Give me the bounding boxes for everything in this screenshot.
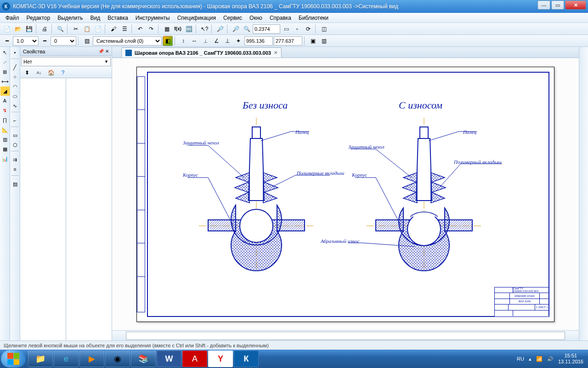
help-icon[interactable]: ?	[58, 68, 68, 78]
zoom-fit-icon[interactable]: ▭	[281, 24, 291, 34]
window-icon[interactable]: ◫	[319, 24, 329, 34]
taskbar-yandex-icon[interactable]: Y	[208, 351, 233, 367]
props-icon[interactable]: ☰	[119, 24, 130, 34]
measure-icon[interactable]: 📐	[0, 125, 10, 134]
edit-icon[interactable]: ↯	[0, 106, 10, 115]
menu-help[interactable]: Справка	[267, 14, 294, 22]
brush-icon[interactable]: 🖌	[108, 24, 119, 34]
circle-icon[interactable]: ○	[11, 72, 20, 81]
taskbar-ie-icon[interactable]: e	[54, 351, 79, 367]
grid2-icon[interactable]: ⊞	[0, 67, 10, 76]
tray-sound-icon[interactable]: 🔊	[547, 356, 554, 362]
menu-edit[interactable]: Редактор	[24, 14, 53, 22]
line-thick-icon[interactable]: ━	[40, 36, 50, 46]
line-thin-icon[interactable]: ━	[2, 36, 12, 46]
menu-select[interactable]: Выделить	[55, 14, 85, 22]
spline-icon[interactable]: ∿	[11, 101, 20, 110]
layer-select[interactable]: Системный слой (0)	[93, 36, 162, 46]
hatch-icon[interactable]: ▨	[82, 36, 92, 46]
text-icon[interactable]: A	[0, 96, 10, 105]
refresh-icon[interactable]: ⟳	[303, 24, 313, 34]
new-icon[interactable]: 📄	[2, 24, 12, 34]
taskbar-winrar-icon[interactable]: 📚	[131, 351, 156, 367]
menu-file[interactable]: Файл	[3, 14, 22, 22]
dim-angle-icon[interactable]: ∠	[211, 36, 221, 46]
zoom-scale-icon[interactable]: 🔍	[242, 24, 252, 34]
print-icon[interactable]: 🖨	[40, 24, 50, 34]
drawing-canvas[interactable]: Без износа С износом	[112, 58, 579, 330]
preview-icon[interactable]: 🔍	[55, 24, 65, 34]
ortho-icon[interactable]: ▥	[319, 36, 329, 46]
arc-icon[interactable]: ◠	[11, 82, 20, 91]
menu-insert[interactable]: Вставка	[105, 14, 131, 22]
fillet-icon[interactable]: ⌐	[11, 116, 20, 125]
menu-tools[interactable]: Инструменты	[133, 14, 173, 22]
properties-tree[interactable]	[20, 78, 66, 340]
cut-icon[interactable]: ✂	[71, 24, 81, 34]
dim-icon[interactable]: ⟷	[0, 77, 10, 86]
az-icon[interactable]: A↓	[34, 68, 44, 78]
properties-combo[interactable]: Нет▼	[21, 57, 111, 66]
pin-icon[interactable]: 📌 ✕	[98, 49, 109, 54]
vars-icon[interactable]: 🔤	[184, 24, 194, 34]
taskbar-kompas-icon[interactable]: К	[234, 351, 259, 367]
sheets-icon[interactable]: ▦	[0, 144, 10, 154]
point-icon[interactable]: •	[11, 48, 20, 57]
taskbar-word-icon[interactable]: W	[157, 351, 181, 367]
document-tab[interactable]: Шаровая опора ВАЗ 2106 _ СамГТУ 190600.0…	[121, 47, 282, 58]
layer-state-icon[interactable]: ◧	[163, 36, 173, 46]
table-icon[interactable]: ▦	[162, 24, 172, 34]
line-icon[interactable]: ⟋	[0, 58, 10, 67]
cursor-icon[interactable]: ↖?	[199, 24, 209, 34]
zoom-in-icon[interactable]: 🔎	[215, 24, 225, 34]
seg-icon[interactable]: ╱	[11, 63, 20, 72]
rect-icon[interactable]: ▭	[11, 131, 20, 140]
param-icon[interactable]: ∏	[0, 115, 10, 125]
home-icon[interactable]: 🏠	[46, 68, 56, 78]
zoom-out-icon[interactable]: 🔎	[231, 24, 241, 34]
taskbar-acrobat-icon[interactable]: A	[182, 351, 207, 367]
dim-h-icon[interactable]: ↔	[189, 36, 199, 46]
right-collapsed-panel[interactable]	[579, 47, 588, 340]
hatch2-icon[interactable]: ▨	[11, 179, 20, 189]
line-style-select[interactable]: 1.0	[13, 36, 39, 46]
start-button[interactable]	[1, 350, 26, 368]
tray-lang[interactable]: RU	[517, 356, 524, 362]
taskbar-explorer-icon[interactable]: 📁	[28, 351, 53, 367]
menu-service[interactable]: Сервис	[220, 14, 245, 22]
tray-network-icon[interactable]: 📶	[536, 356, 543, 362]
minimize-button[interactable]: —	[537, 0, 550, 10]
menu-view[interactable]: Вид	[88, 14, 103, 22]
poly-icon[interactable]: ⬡	[11, 140, 20, 150]
taskbar-wmp-icon[interactable]: ▶	[79, 351, 104, 367]
grid-icon[interactable]: ✦	[233, 36, 243, 46]
sort-icon[interactable]: ⬍	[22, 68, 32, 78]
undo-icon[interactable]: ↶	[135, 24, 145, 34]
dim-v-icon[interactable]: ↕	[178, 36, 188, 46]
report-icon[interactable]: 📊	[0, 154, 10, 163]
sheet-icon[interactable]: ▥	[0, 135, 10, 144]
equi-icon[interactable]: ≡	[11, 165, 20, 174]
redo-icon[interactable]: ↷	[146, 24, 156, 34]
tab-close-icon[interactable]: ✕	[274, 50, 277, 55]
save-icon[interactable]: 💾	[24, 24, 34, 34]
snap-icon[interactable]: ▣	[308, 36, 318, 46]
orient-icon[interactable]: ⟂	[200, 36, 210, 46]
paste-icon[interactable]: 📄	[93, 24, 103, 34]
axis-icon[interactable]: ⊥	[222, 36, 232, 46]
zoom-reduce-icon[interactable]: ▫	[292, 24, 302, 34]
rough-icon[interactable]: ◢	[0, 86, 10, 96]
open-icon[interactable]: 📂	[13, 24, 23, 34]
offset-icon[interactable]: ⇉	[11, 155, 20, 164]
coord-y-input[interactable]	[274, 36, 302, 46]
fx-icon[interactable]: f(x)	[173, 24, 183, 34]
pointer-icon[interactable]: ↖	[0, 48, 10, 57]
menu-spec[interactable]: Спецификация	[175, 14, 219, 22]
line-weight-select[interactable]: 0	[51, 36, 76, 46]
menu-window[interactable]: Окно	[247, 14, 265, 22]
coord-x-input[interactable]	[244, 36, 273, 46]
copy-icon[interactable]: 📋	[82, 24, 92, 34]
close-button[interactable]: ✕	[565, 0, 586, 10]
zoom-value-input[interactable]	[253, 24, 280, 34]
maximize-button[interactable]: ▭	[551, 0, 564, 10]
